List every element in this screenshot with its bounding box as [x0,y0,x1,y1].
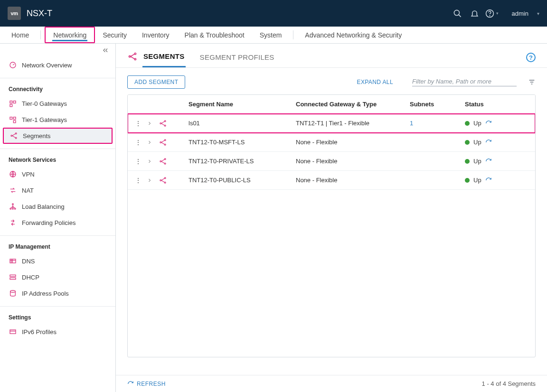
cell-subnets-link[interactable]: 1 [410,120,413,127]
sidebar-item-label: IPv6 Profiles [22,328,57,336]
table-header: Segment Name Connected Gateway & Type Su… [128,95,535,114]
expand-row-icon[interactable] [144,121,155,126]
segment-icon [155,120,170,127]
svg-point-27 [160,122,161,124]
help-menu[interactable]: ▾ [483,5,500,22]
nav-networking[interactable]: Networking [45,27,95,43]
expand-all-link[interactable]: EXPAND ALL [357,79,393,85]
segment-icon [155,158,170,165]
nav-advanced[interactable]: Advanced Networking & Security [297,27,409,43]
column-segment-name[interactable]: Segment Name [185,101,292,108]
sidebar-collapse-icon[interactable] [0,44,115,57]
sidebar-item-ipv6-profiles[interactable]: IPv6 Profiles [0,324,115,340]
add-segment-button[interactable]: ADD SEGMENT [127,75,185,89]
sidebar-item-vpn[interactable]: VPN [0,166,115,182]
pagination-summary: 1 - 4 of 4 Segments [482,380,536,387]
tab-segment-profiles[interactable]: SEGMENT PROFILES [199,53,275,67]
filter-icon[interactable] [528,78,536,86]
nav-inventory[interactable]: Inventory [134,27,177,43]
svg-rect-20 [10,275,16,276]
sidebar-item-segments[interactable]: Segments [3,128,113,144]
sidebar-item-label: Tier-0 Gateways [22,100,67,107]
help-icon[interactable]: ? [526,53,536,62]
refresh-status-icon[interactable] [485,120,492,127]
svg-rect-10 [13,121,16,123]
gateway-icon [9,99,17,108]
top-bar: vm NSX-T ▾ admin ▾ [0,0,547,27]
svg-point-25 [134,53,136,54]
sidebar-item-label: IP Address Pools [22,290,69,297]
segment-icon [155,177,170,184]
refresh-status-icon[interactable] [485,139,492,146]
nav-system[interactable]: System [252,27,290,43]
chevron-down-icon: ▾ [537,11,539,16]
sidebar-item-label: Network Overview [22,62,72,69]
cell-gateway: None - Flexible [292,139,406,146]
svg-point-18 [12,208,14,209]
svg-point-16 [10,208,11,209]
cell-segment-name: TNT12-T0-PUBLIC-LS [185,177,292,184]
primary-nav: Home Networking Security Inventory Plan … [0,27,547,44]
refresh-status-icon[interactable] [485,177,492,184]
cell-status: Up [473,177,481,184]
sidebar-item-label: Tier-1 Gateways [22,116,67,123]
sidebar-item-load-balancing[interactable]: Load Balancing [0,198,115,215]
expand-row-icon[interactable] [144,159,155,164]
sidebar-item-dns[interactable]: DNS [0,253,115,269]
user-name: admin [512,10,528,17]
dns-icon [9,257,17,265]
segments-icon [9,131,18,140]
nav-plan-troubleshoot[interactable]: Plan & Troubleshoot [177,27,252,43]
svg-point-0 [454,10,459,15]
status-dot-icon [465,159,470,164]
cell-gateway: None - Flexible [292,158,406,165]
sidebar-item-label: DNS [22,258,35,265]
column-subnets[interactable]: Subnets [406,101,461,108]
status-dot-icon [465,178,470,183]
dashboard-icon [9,61,17,69]
svg-rect-21 [10,278,16,279]
svg-point-11 [11,135,12,137]
expand-row-icon[interactable] [144,177,155,183]
sidebar-item-dhcp[interactable]: DHCP [0,269,115,285]
nav-security[interactable]: Security [95,27,134,43]
svg-point-34 [164,159,166,160]
cell-gateway: None - Flexible [292,177,406,184]
sidebar-item-nat[interactable]: NAT [0,182,115,198]
expand-row-icon[interactable] [144,140,155,145]
sidebar-item-label: Forwarding Policies [22,219,75,226]
svg-point-31 [164,140,166,141]
sidebar-item-network-overview[interactable]: Network Overview [0,57,115,73]
search-icon[interactable] [449,5,466,22]
svg-point-37 [164,177,166,179]
cell-status: Up [473,158,481,165]
nat-icon [9,186,17,195]
nav-home[interactable]: Home [4,27,37,43]
svg-point-29 [164,125,166,126]
forwarding-icon [9,218,17,227]
column-connected-gateway[interactable]: Connected Gateway & Type [292,101,406,108]
sidebar-item-ip-address-pools[interactable]: IP Address Pools [0,285,115,301]
refresh-status-icon[interactable] [485,158,492,165]
svg-point-3 [490,15,490,16]
user-menu[interactable]: admin ▾ [512,10,539,17]
sidebar-item-tier0-gateways[interactable]: Tier-0 Gateways [0,95,115,112]
svg-point-17 [14,208,16,209]
status-dot-icon [465,121,470,126]
row-actions-icon[interactable]: ⋮ [132,120,144,127]
notifications-icon[interactable] [466,5,483,22]
sidebar-item-tier1-gateways[interactable]: Tier-1 Gateways [0,112,115,128]
svg-point-15 [12,204,14,205]
row-actions-icon[interactable]: ⋮ [132,177,144,184]
refresh-button[interactable]: REFRESH [127,381,166,387]
row-actions-icon[interactable]: ⋮ [132,139,144,146]
status-dot-icon [465,140,470,145]
sidebar-heading-settings: Settings [0,309,115,324]
tab-segments[interactable]: SEGMENTS [142,52,186,67]
filter-field[interactable] [412,78,517,86]
row-actions-icon[interactable]: ⋮ [132,158,144,165]
nav-divider [293,30,293,39]
filter-input[interactable] [412,78,517,85]
sidebar-item-forwarding-policies[interactable]: Forwarding Policies [0,215,115,231]
column-status[interactable]: Status [461,101,535,108]
